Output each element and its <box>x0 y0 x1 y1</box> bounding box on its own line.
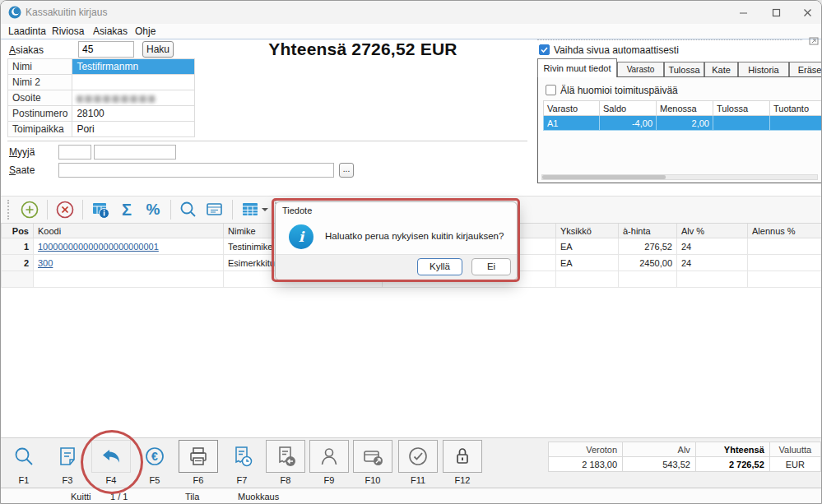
stock-row-a1[interactable]: A1 -4,00 2,00 <box>544 116 822 131</box>
redacted-address <box>77 95 156 103</box>
myyja-name-input[interactable] <box>94 145 176 160</box>
fkey-f4-label: F4 <box>91 475 131 485</box>
asiakas-number-input[interactable] <box>78 41 134 58</box>
cell-pos: 2 <box>2 255 34 271</box>
info-icon: i <box>289 224 313 249</box>
lock-icon <box>450 444 475 469</box>
percent-icon[interactable]: % <box>140 198 166 221</box>
saate-input[interactable] <box>58 163 334 178</box>
table-grid-icon <box>240 200 260 220</box>
tab-eraseuranta[interactable]: Eräseur <box>789 62 822 77</box>
fkey-f5-button[interactable]: € <box>135 440 174 473</box>
toolbar-grip[interactable] <box>7 200 13 220</box>
receipt-return-icon <box>273 444 298 469</box>
totals-summary-table: Veroton Alv Yhteensä Valuutta 2 183,00 5… <box>548 442 821 472</box>
fkey-f3-button[interactable] <box>48 440 87 473</box>
grid-info-icon <box>90 199 111 220</box>
undo-arrow-icon <box>99 444 123 469</box>
postinumero-value[interactable]: 28100 <box>72 106 195 122</box>
add-row-button[interactable] <box>16 198 43 221</box>
horizontal-scrollbar[interactable] <box>541 174 818 180</box>
myyja-code-input[interactable] <box>58 145 91 160</box>
fkey-f10-label: F10 <box>353 475 392 485</box>
auto-page-checkbox[interactable] <box>539 44 550 55</box>
close-button[interactable] <box>793 4 821 21</box>
fkey-f5-label: F5 <box>135 475 174 485</box>
fkey-f10-button[interactable] <box>353 440 392 473</box>
magnifier-icon <box>12 444 36 469</box>
table-view-button[interactable] <box>237 198 272 221</box>
alv-value: 543,52 <box>623 457 696 472</box>
field-label: Osoite <box>8 90 72 106</box>
cell-empty <box>34 271 224 288</box>
scrollbar-thumb[interactable] <box>542 175 666 179</box>
fkey-f12-button[interactable] <box>443 440 482 473</box>
fkey-f8-label: F8 <box>266 475 305 485</box>
remove-row-button[interactable] <box>52 198 78 221</box>
note-icon <box>55 444 80 469</box>
menu-ohje[interactable]: Ohje <box>135 25 156 37</box>
ignore-delivery-label: Älä huomioi toimituspäivää <box>560 85 678 96</box>
open-document-button[interactable] <box>202 198 228 221</box>
minimize-button[interactable] <box>729 4 757 21</box>
toimipaikka-value[interactable]: Pori <box>72 122 195 137</box>
tab-historia[interactable]: Historia <box>738 62 789 77</box>
menu-laadinta[interactable]: Laadinta <box>8 25 46 37</box>
cell-saldo: -4,00 <box>600 116 657 131</box>
cell-alv: 24 <box>677 238 748 255</box>
stock-table: Varasto Saldo Menossa Tulossa Tuotanto V… <box>543 100 822 131</box>
menu-asiakas[interactable]: Asiakas <box>93 25 128 37</box>
tab-varasto[interactable]: Varasto <box>617 62 664 77</box>
col-menossa: Menossa <box>657 101 713 116</box>
fkey-f8-button[interactable] <box>266 440 305 473</box>
haku-button[interactable]: Haku <box>142 41 174 58</box>
field-label: Postinumero <box>8 106 72 122</box>
panel-pin-icon[interactable] <box>809 37 819 45</box>
nimi2-value[interactable] <box>72 75 195 90</box>
auto-page-label: Vaihda sivua automaattisesti <box>554 44 679 56</box>
product-info-button[interactable] <box>87 198 114 221</box>
cell-koodi: 100000000000000000000001 <box>34 238 224 255</box>
osoite-value[interactable] <box>72 90 195 106</box>
koodi-link[interactable]: 300 <box>38 258 53 268</box>
tab-tulossa[interactable]: Tulossa <box>664 62 704 77</box>
search-row-button[interactable] <box>175 198 202 221</box>
cell-empty <box>556 271 619 288</box>
dialog-message: Haluatko perua nykyisen kuitin kirjaukse… <box>325 231 510 241</box>
title-bar <box>1 1 822 25</box>
total-heading: Yhteensä 2726,52 EUR <box>248 39 478 59</box>
fkey-f4-button[interactable] <box>91 440 131 473</box>
tab-rivin-muut-tiedot[interactable]: Rivin muut tiedot <box>537 58 617 77</box>
yes-button[interactable]: Kyllä <box>417 258 462 275</box>
saate-more-button[interactable]: ... <box>339 163 354 178</box>
customer-grid: Nimi Testifirmanmn Nimi 2 Osoite Postinu… <box>7 58 195 137</box>
cell-pos <box>2 271 34 288</box>
veroton-header: Veroton <box>549 442 623 457</box>
menu-riviosa[interactable]: Riviosa <box>52 25 84 37</box>
cell-alv: 24 <box>677 255 748 271</box>
fkey-f9-label: F9 <box>309 475 349 485</box>
splitter-grip[interactable] <box>537 39 802 40</box>
tab-kate[interactable]: Kate <box>704 62 738 77</box>
no-button[interactable]: Ei <box>471 258 511 275</box>
maximize-button[interactable] <box>762 4 790 21</box>
valuutta-header: Valuutta <box>769 442 820 457</box>
fkey-f1-button[interactable] <box>4 440 44 473</box>
cell-alennus <box>748 238 822 255</box>
fkey-f6-button[interactable] <box>179 440 218 473</box>
summary-header-row: Veroton Alv Yhteensä Valuutta <box>549 442 821 457</box>
koodi-link[interactable]: 100000000000000000000001 <box>38 242 159 252</box>
toolbar-separator <box>170 200 171 220</box>
saate-label: Saate <box>9 164 35 176</box>
fkey-f7-button[interactable] <box>222 440 262 473</box>
customer-row: Osoite <box>8 90 195 106</box>
fkey-f9-button[interactable] <box>309 440 349 473</box>
sum-icon[interactable]: Σ <box>114 198 140 221</box>
fkey-f3-label: F3 <box>48 475 87 485</box>
tiedote-dialog: Tiedote i Haluatko perua nykyisen kuitin… <box>275 201 518 280</box>
fkey-f11-button[interactable] <box>398 440 438 473</box>
ignore-delivery-checkbox[interactable] <box>546 85 556 95</box>
nimi-value[interactable]: Testifirmanmn <box>72 59 195 75</box>
summary-value-row: 2 183,00 543,52 2 726,52 EUR <box>549 457 821 472</box>
cell-ahinta: 276,52 <box>619 238 677 255</box>
